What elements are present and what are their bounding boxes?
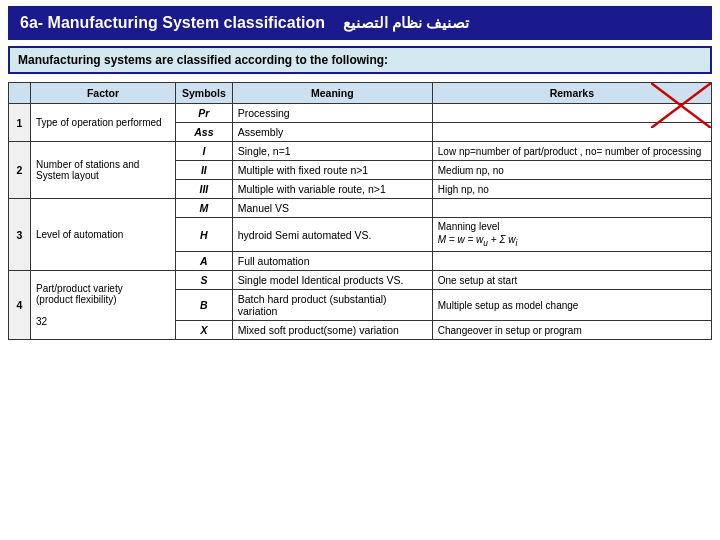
title-arabic: تصنيف نظام التصنيع <box>343 14 469 31</box>
col-header-num <box>9 83 31 104</box>
meaning-M: Manuel VS <box>232 199 432 218</box>
row-num-4: 4 <box>9 271 31 340</box>
col-header-remarks: Remarks <box>432 83 711 104</box>
symbol-III: III <box>176 180 233 199</box>
remarks-III: High np, no <box>432 180 711 199</box>
symbol-X: X <box>176 321 233 340</box>
symbol-II: II <box>176 161 233 180</box>
col-header-symbols: Symbols <box>176 83 233 104</box>
factor-3: Level of automation <box>31 199 176 271</box>
remarks-M <box>432 199 711 218</box>
meaning-III: Multiple with variable route, n>1 <box>232 180 432 199</box>
symbol-B: B <box>176 290 233 321</box>
meaning-II: Multiple with fixed route n>1 <box>232 161 432 180</box>
row-num-3: 3 <box>9 199 31 271</box>
classification-table: Factor Symbols Meaning Remarks 1 Type of… <box>8 82 712 340</box>
meaning-processing: Processing <box>232 104 432 123</box>
row-num-2: 2 <box>9 142 31 199</box>
col-header-meaning: Meaning <box>232 83 432 104</box>
remarks-H: Manning level M = w = wu + Σ wi <box>432 218 711 252</box>
table-row: 2 Number of stations and System layout I… <box>9 142 712 161</box>
meaning-H: hydroid Semi automated VS. <box>232 218 432 252</box>
page-title: 6a- Manufacturing System classification … <box>8 6 712 40</box>
symbol-pr: Pr <box>176 104 233 123</box>
table-row: 1 Type of operation performed Pr Process… <box>9 104 712 123</box>
remarks-X: Changeover in setup or program <box>432 321 711 340</box>
meaning-I: Single, n=1 <box>232 142 432 161</box>
meaning-assembly: Assembly <box>232 123 432 142</box>
table-row: 4 Part/product variety(product flexibili… <box>9 271 712 290</box>
meaning-X: Mixed soft product(some) variation <box>232 321 432 340</box>
remarks-S: One setup at start <box>432 271 711 290</box>
table-row: 3 Level of automation M Manuel VS <box>9 199 712 218</box>
factor-1: Type of operation performed <box>31 104 176 142</box>
meaning-B: Batch hard product (substantial) variati… <box>232 290 432 321</box>
title-english: 6a- Manufacturing System classification <box>20 14 325 31</box>
remarks-B: Multiple setup as model change <box>432 290 711 321</box>
row-num-1: 1 <box>9 104 31 142</box>
col-header-factor: Factor <box>31 83 176 104</box>
remarks-I: Low np=number of part/product , no= numb… <box>432 142 711 161</box>
meaning-A: Full automation <box>232 252 432 271</box>
factor-4: Part/product variety(product flexibility… <box>31 271 176 340</box>
symbol-A: A <box>176 252 233 271</box>
subtitle: Manufacturing systems are classified acc… <box>8 46 712 74</box>
factor-2: Number of stations and System layout <box>31 142 176 199</box>
remarks-A <box>432 252 711 271</box>
meaning-S: Single model Identical products VS. <box>232 271 432 290</box>
symbol-I: I <box>176 142 233 161</box>
symbol-S: S <box>176 271 233 290</box>
symbol-ass: Ass <box>176 123 233 142</box>
page-container: 6a- Manufacturing System classification … <box>0 0 720 346</box>
formula-display: M = w = wu + Σ wi <box>438 234 706 248</box>
symbol-H: H <box>176 218 233 252</box>
symbol-M: M <box>176 199 233 218</box>
remarks-II: Medium np, no <box>432 161 711 180</box>
